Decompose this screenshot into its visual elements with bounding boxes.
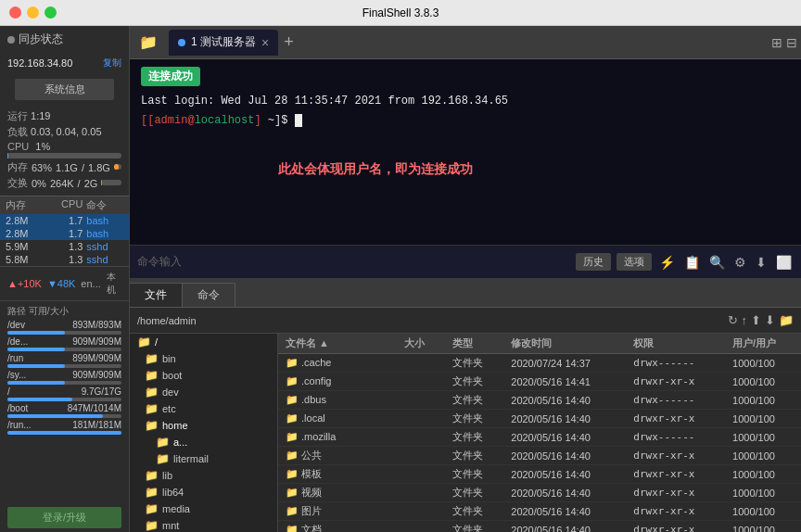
proc-mem: 5.8M [4, 254, 44, 265]
file-name: 📁 .mozilla [278, 428, 397, 447]
grid-view-icon[interactable]: ⊞ [771, 35, 782, 50]
command-input[interactable] [187, 256, 570, 269]
server-tab[interactable]: 1 测试服务器 × [169, 30, 278, 56]
table-row[interactable]: 📁 公共 文件夹 2020/05/16 14:40 drwxr-xr-x 100… [278, 447, 801, 465]
file-mtime: 2020/05/16 14:40 [503, 465, 626, 484]
dir-name: lib64 [162, 487, 184, 498]
swap-percent: 0% [32, 178, 46, 189]
minimize-button[interactable] [27, 6, 39, 19]
ip-row: 192.168.34.80 复制 [0, 53, 129, 73]
lightning-icon[interactable]: ⚡ [659, 255, 675, 270]
file-size [397, 391, 445, 410]
copy-button[interactable]: 复制 [103, 57, 121, 70]
folder-icon: 📁 [145, 369, 159, 382]
dir-item[interactable]: 📁dev [130, 384, 277, 400]
disk-path: /run [7, 353, 23, 363]
dir-item[interactable]: 📁bin [130, 350, 277, 367]
file-user: 1000/100 [725, 465, 801, 484]
dir-item[interactable]: 📁lib [130, 467, 277, 484]
folder-icon[interactable]: 📁 [134, 30, 163, 55]
refresh-icon[interactable]: ↻ [728, 313, 738, 327]
dir-name: / [155, 336, 158, 348]
new-folder-icon[interactable]: 📁 [779, 313, 794, 327]
table-row[interactable]: 📁 .mozilla 文件夹 2020/05/16 14:40 drwx----… [278, 428, 801, 447]
dir-item[interactable]: 📁litermail [130, 450, 277, 467]
dir-item[interactable]: 📁etc [130, 400, 277, 417]
tab-files[interactable]: 文件 [130, 283, 183, 307]
net-more: 本机 [107, 271, 121, 297]
table-row[interactable]: 📁 文档 文件夹 2020/05/16 14:40 drwxr-xr-x 100… [278, 521, 801, 533]
file-column-header[interactable]: 类型 [445, 334, 504, 354]
history-button[interactable]: 历史 [576, 253, 611, 271]
layout-icon[interactable]: ⊟ [786, 35, 797, 50]
dir-item[interactable]: 📁a... [130, 434, 277, 450]
file-perm: drwx------ [626, 354, 725, 373]
file-column-header[interactable]: 用户/用户 [725, 334, 801, 354]
run-value: 1:19 [31, 110, 50, 121]
mem-progress [114, 164, 121, 170]
disk-bar [7, 431, 121, 435]
dir-item[interactable]: 📁media [130, 500, 277, 517]
sys-info-button[interactable]: 系统信息 [15, 79, 114, 100]
process-row[interactable]: 2.8M1.7bash [0, 214, 129, 227]
dir-item[interactable]: 📁home [130, 417, 277, 434]
process-row[interactable]: 2.8M1.7bash [0, 227, 129, 240]
disk-label: 路径 可用/大小 [7, 305, 121, 318]
copy-icon[interactable]: 📋 [684, 255, 700, 270]
sync-status-row: 同步状态 [0, 26, 129, 53]
directory-tree[interactable]: 📁/📁bin📁boot📁dev📁etc📁home📁a...📁litermail📁… [130, 334, 278, 532]
download-icon[interactable]: ⬇ [756, 255, 767, 270]
download-files-icon[interactable]: ⬇ [765, 313, 775, 327]
search-icon[interactable]: 🔍 [709, 255, 725, 270]
table-row[interactable]: 📁 .dbus 文件夹 2020/05/16 14:40 drwx------ … [278, 391, 801, 410]
disk-path: / [7, 386, 10, 397]
dir-item[interactable]: 📁lib64 [130, 484, 277, 500]
disk-path: /boot [7, 403, 28, 413]
fullscreen-icon[interactable]: ⬜ [776, 255, 792, 270]
settings-icon[interactable]: ⚙ [734, 255, 746, 270]
dir-item[interactable]: 📁/ [130, 334, 277, 350]
disk-row: /run...181M/181M [7, 420, 121, 430]
file-user: 1000/100 [725, 410, 801, 428]
options-button[interactable]: 选项 [617, 253, 652, 271]
tabbar-right: ⊞ ⊟ [771, 35, 797, 50]
disk-size: 181M/181M [72, 420, 121, 430]
table-row[interactable]: 📁 视频 文件夹 2020/05/16 14:40 drwxr-xr-x 100… [278, 484, 801, 502]
sync-label: 同步状态 [19, 32, 63, 47]
close-button[interactable] [9, 6, 21, 19]
tabbar: 📁 1 测试服务器 × + ⊞ ⊟ [130, 26, 801, 59]
tab-commands[interactable]: 命令 [183, 283, 235, 307]
up-icon[interactable]: ↑ [742, 313, 748, 327]
file-column-header[interactable]: 权限 [626, 334, 725, 354]
tab-close-button[interactable]: × [261, 35, 269, 50]
file-name: 📁 .cache [278, 354, 397, 373]
run-info: 运行 1:19 负载 0.03, 0.04, 0.05 CPU 1% 内存 63… [0, 106, 129, 196]
mem-used: 1.1G [56, 162, 78, 173]
dir-item[interactable]: 📁boot [130, 367, 277, 384]
dir-name: dev [162, 386, 179, 398]
table-row[interactable]: 📁 模板 文件夹 2020/05/16 14:40 drwxr-xr-x 100… [278, 465, 801, 484]
file-column-header[interactable]: 修改时间 [503, 334, 626, 354]
upload-icon[interactable]: ⬆ [751, 313, 761, 327]
table-row[interactable]: 📁 图片 文件夹 2020/05/16 14:40 drwxr-xr-x 100… [278, 502, 801, 521]
login-upgrade-button[interactable]: 登录/升级 [7, 507, 121, 528]
dir-item[interactable]: 📁mnt [130, 517, 277, 532]
file-perm: drwxr-xr-x [626, 410, 725, 428]
add-tab-button[interactable]: + [284, 32, 294, 52]
table-row[interactable]: 📁 .local 文件夹 2020/05/16 14:40 drwxr-xr-x… [278, 410, 801, 428]
process-row[interactable]: 5.8M1.3sshd [0, 253, 129, 266]
terminal[interactable]: 连接成功 Last login: Wed Jul 28 11:35:47 202… [130, 59, 801, 245]
maximize-button[interactable] [44, 6, 57, 19]
disk-row: /boot847M/1014M [7, 403, 121, 413]
file-column-header[interactable]: 大小 [397, 334, 445, 354]
file-size [397, 502, 445, 521]
file-size [397, 373, 445, 391]
table-row[interactable]: 📁 .cache 文件夹 2020/07/24 14:37 drwx------… [278, 354, 801, 373]
process-row[interactable]: 5.9M1.3sshd [0, 240, 129, 253]
mem-total: 1.8G [88, 162, 110, 173]
folder-icon: 📁 [156, 452, 170, 465]
table-row[interactable]: 📁 .config 文件夹 2020/05/16 14:41 drwxr-xr-… [278, 373, 801, 391]
file-mtime: 2020/05/16 14:41 [503, 373, 626, 391]
file-column-header[interactable]: 文件名 ▲ [278, 334, 397, 354]
dir-name: bin [162, 353, 176, 364]
